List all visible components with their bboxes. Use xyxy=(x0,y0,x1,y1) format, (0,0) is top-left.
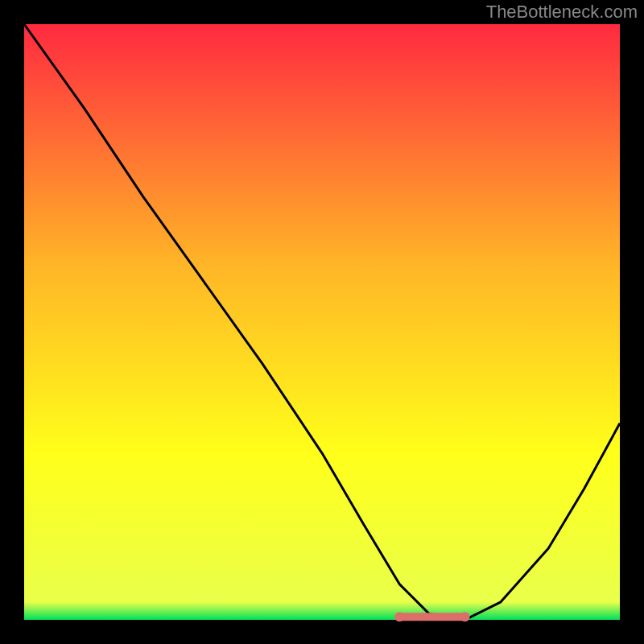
highlight-endpoint xyxy=(394,612,404,621)
chart-frame: TheBottleneck.com xyxy=(0,0,644,644)
bottleneck-chart xyxy=(0,0,644,644)
gradient-background xyxy=(24,24,620,620)
watermark-text: TheBottleneck.com xyxy=(486,2,638,23)
highlight-endpoint xyxy=(460,612,470,621)
